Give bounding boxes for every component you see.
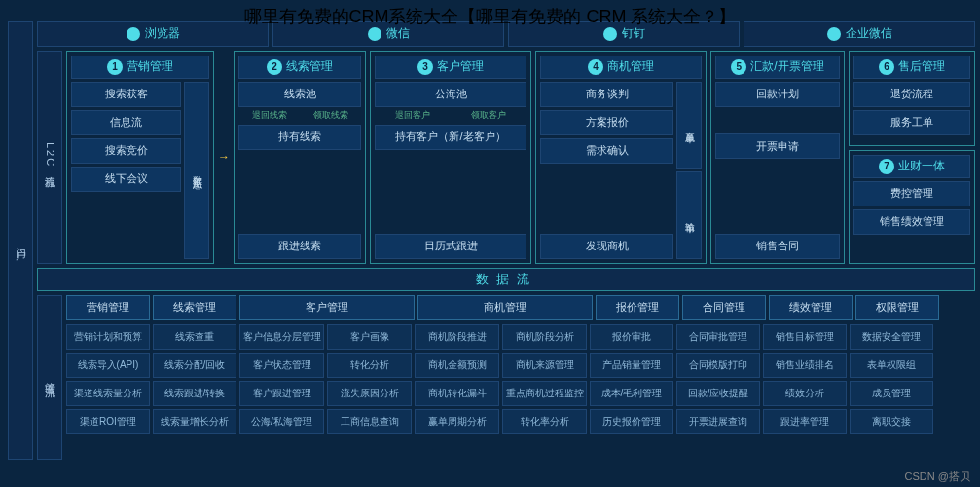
section-customer: 3客户管理 公海池 退回客户领取客户 持有客户（新/老客户） 日历式跟进 [370, 51, 531, 264]
mgt-item: 合同模版打印 [676, 353, 760, 378]
mgt-item: 回款/应收提醒 [676, 381, 760, 406]
mgt-item: 商机来源管理 [502, 353, 587, 378]
mgt-item: 报价审批 [590, 324, 673, 350]
mgt-item: 转化率分析 [502, 409, 587, 434]
box: 搜索获客 [71, 82, 181, 107]
mgt-item: 线索量增长分析 [153, 409, 236, 434]
mgt-item: 线索分配/回收 [153, 353, 236, 378]
data-flow-bar: 数据流 [37, 268, 975, 291]
mgt-item: 线索跟进/转换 [153, 381, 236, 406]
mgt-head: 报价管理 [596, 295, 679, 320]
mgt-head: 客户管理 [239, 295, 415, 320]
mgt-item: 成本/毛利管理 [590, 381, 673, 406]
mgt-item: 重点商机过程监控 [502, 381, 587, 406]
box: 方案报价 [540, 110, 673, 135]
box: 持有客户（新/老客户） [375, 125, 526, 150]
mgt-item: 工商信息查询 [327, 409, 412, 434]
watermark: CSDN @搭贝 [905, 469, 970, 484]
portal-sidebar: 门户 [8, 21, 33, 460]
box: 服务工单 [853, 110, 970, 135]
box: 开票申请 [715, 133, 840, 159]
mgt-head: 营销管理 [66, 295, 150, 320]
mgt-item: 表单权限组 [850, 353, 933, 378]
l2c-sidebar: L2C流程 [37, 51, 62, 264]
box: 日历式跟进 [375, 234, 526, 259]
box: 销售合同 [715, 234, 840, 259]
data-summary: 数据汇总 [184, 82, 209, 259]
box: 公海池 [375, 82, 526, 107]
mgt-item: 历史报价管理 [590, 409, 673, 434]
box: 持有线索 [238, 125, 361, 150]
section-opportunity: 4商机管理 商务谈判 方案报价 需求确认 发现商机 赢单 输单 [535, 51, 707, 264]
mgt-item: 绩效分析 [763, 381, 847, 406]
box: 线下会议 [71, 167, 181, 192]
mgt-item: 客户跟进管理 [239, 381, 324, 406]
section-aftersale: 6售后管理 退货流程 服务工单 [849, 51, 975, 146]
mgt-item: 商机阶段分析 [502, 324, 587, 350]
overlay-title: 哪里有免费的CRM系统大全【哪里有免费的 CRM 系统大全？】 [0, 5, 980, 28]
lose: 输单 [676, 171, 702, 259]
box: 信息流 [71, 110, 181, 135]
mgt-head: 线索管理 [153, 295, 236, 320]
box: 线索池 [238, 82, 361, 107]
arrow-icon: → [218, 150, 230, 164]
box: 费控管理 [853, 181, 970, 206]
mgt-item: 离职交接 [850, 409, 933, 434]
mgt-item: 赢单周期分析 [415, 409, 499, 434]
mgt-item: 产品销量管理 [590, 353, 673, 378]
box: 商务谈判 [540, 82, 673, 107]
mgt-item: 线索导入(API) [66, 353, 150, 378]
wechat-icon [368, 27, 381, 41]
mgt-item: 商机金额预测 [415, 353, 499, 378]
mgt-head: 权限管理 [855, 295, 939, 320]
mgt-item: 销售目标管理 [763, 324, 847, 350]
section-payment: 5汇款/开票管理 回款计划 开票申请 销售合同 [710, 51, 845, 264]
mgt-sidebar: 管理流 [37, 295, 62, 460]
mgt-item: 商机转化漏斗 [415, 381, 499, 406]
box: 回款计划 [715, 82, 840, 107]
mgt-item: 跟进率管理 [763, 409, 847, 434]
win: 赢单 [676, 82, 702, 169]
mgt-item: 公海/私海管理 [239, 409, 324, 434]
mgt-item: 商机阶段推进 [415, 324, 499, 350]
mgt-item: 渠道ROI管理 [66, 409, 150, 434]
box: 需求确认 [540, 138, 673, 164]
mgt-item: 客户画像 [327, 324, 412, 350]
wecom-icon [827, 27, 841, 41]
mgt-item: 客户信息分层管理 [239, 324, 324, 350]
mgt-item: 营销计划和预算 [66, 324, 150, 350]
box: 销售绩效管理 [853, 209, 970, 235]
mgt-item: 成员管理 [850, 381, 933, 406]
mgt-item: 转化分析 [327, 353, 412, 378]
section-marketing: 1营销管理 搜索获客 信息流 搜索竞价 线下会议 数据汇总 [66, 51, 214, 264]
dingtalk-icon [603, 27, 617, 41]
mgt-item: 数据安全管理 [850, 324, 933, 350]
mgt-head: 合同管理 [682, 295, 766, 320]
section-finance: 7业财一体 费控管理 销售绩效管理 [849, 150, 975, 264]
mgt-item: 合同审批管理 [676, 324, 760, 350]
mgt-item: 流失原因分析 [327, 381, 412, 406]
mgt-item: 销售业绩排名 [763, 353, 847, 378]
box: 搜索竞价 [71, 138, 181, 164]
browser-icon [127, 27, 140, 41]
box: 跟进线索 [238, 234, 361, 259]
mgt-item: 客户状态管理 [239, 353, 324, 378]
box: 发现商机 [540, 234, 673, 259]
section-leads: 2线索管理 线索池 退回线索领取线索 持有线索 跟进线索 [234, 51, 366, 264]
mgt-item: 渠道线索量分析 [66, 381, 150, 406]
mgt-item: 线索查重 [153, 324, 236, 350]
mgt-head: 商机管理 [417, 295, 593, 320]
box: 退货流程 [853, 82, 970, 107]
mgt-head: 绩效管理 [769, 295, 853, 320]
mgt-item: 开票进展查询 [676, 409, 760, 434]
